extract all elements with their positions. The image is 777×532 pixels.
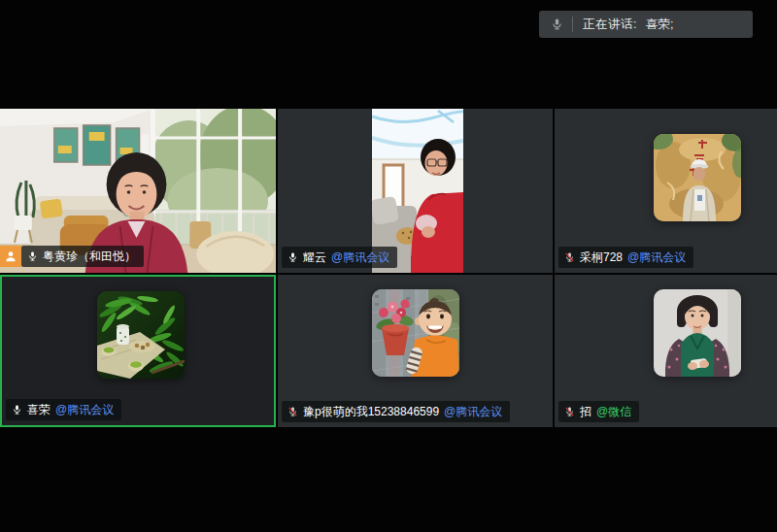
participant-name: 粤黄珍（和田悦） [43,249,136,265]
platform-suffix: @腾讯会议 [55,402,114,418]
speaking-indicator: 正在讲话: 喜荣; [539,11,753,38]
platform-suffix: @腾讯会议 [444,404,502,420]
mic-on-icon [27,249,38,263]
participant-tile-4-active-speaker[interactable]: 喜荣 @腾讯会议 [0,275,276,427]
participant-name: 喜荣 [27,402,51,418]
host-badge-icon [0,246,21,267]
participant-tile-3[interactable]: 采桐728 @腾讯会议 [555,109,777,273]
meeting-window: 正在讲话: 喜荣; [0,0,777,532]
mic-muted-icon [287,405,298,418]
mic-muted-icon [564,250,575,264]
avatar [654,134,741,221]
avatar [372,289,459,377]
avatar [97,291,185,379]
participant-tile-6[interactable]: 招 @微信 [555,275,777,427]
participant-name: 耀云 [303,249,326,266]
participant-tile-2[interactable]: 耀云 @腾讯会议 [278,109,553,273]
speaking-names: 喜荣; [646,17,673,33]
avatar [654,289,741,377]
participant-tile-5[interactable]: 豫p很萌的我15238846599 @腾讯会议 [278,275,553,427]
name-label-row: 粤黄珍（和田悦） [0,246,144,267]
speaking-prefix: 正在讲话: [583,17,637,33]
participant-tile-1[interactable]: 粤黄珍（和田悦） [0,109,276,273]
platform-suffix: @微信 [596,404,631,420]
microphone-icon [551,17,563,32]
participant-name: 豫p很萌的我15238846599 [303,404,439,420]
participant-name: 招 [580,404,591,420]
mic-on-icon [287,250,298,264]
platform-suffix: @腾讯会议 [331,249,389,266]
platform-suffix: @腾讯会议 [627,249,686,266]
mic-on-icon [12,403,22,416]
mic-muted-icon [564,405,575,418]
divider [572,17,573,32]
participant-name: 采桐728 [580,249,623,266]
